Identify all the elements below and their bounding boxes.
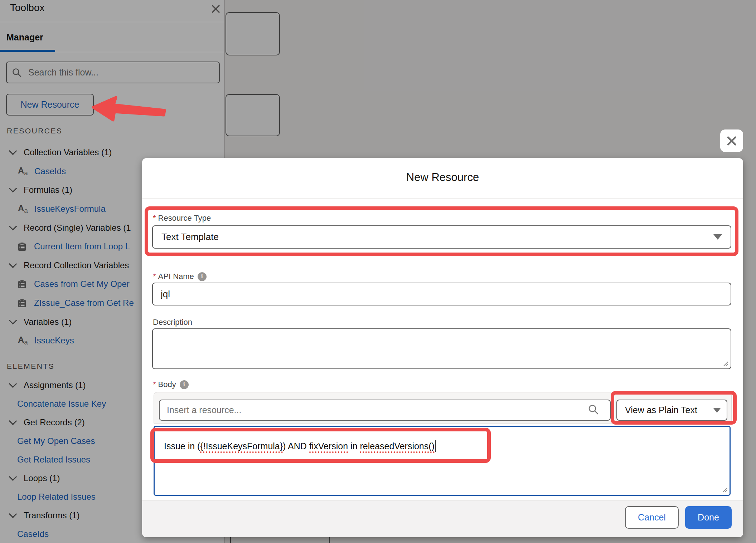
misspelled-text: fixVersion	[309, 441, 348, 453]
view-as-plain-text-select[interactable]: View as Plain Text	[616, 400, 727, 421]
required-asterisk: *	[153, 272, 156, 281]
info-icon[interactable]: i	[180, 380, 189, 389]
info-icon[interactable]: i	[198, 272, 207, 281]
screenshot-root: › Toolbox Manager New Resource RESOU	[0, 0, 756, 543]
api-name-label: *API Name i	[153, 272, 207, 281]
new-resource-modal: New Resource *Resource Type Text Templat…	[142, 158, 743, 537]
body-text-segment: Issue in (	[164, 441, 200, 451]
done-button[interactable]: Done	[685, 506, 732, 529]
chevron-down-icon	[713, 408, 721, 413]
close-icon	[726, 135, 738, 147]
misspelled-text: {!IssueKeysFormula}	[200, 441, 283, 453]
resize-grip-icon[interactable]	[722, 359, 729, 367]
required-asterisk: *	[153, 214, 156, 222]
body-label: *Body i	[153, 380, 189, 389]
body-text-segment: in	[348, 441, 360, 451]
resize-grip-icon[interactable]	[721, 486, 728, 493]
body-textarea[interactable]: Issue in ({!IssueKeysFormula}) AND fixVe…	[154, 426, 731, 496]
api-name-input[interactable]	[152, 283, 731, 305]
modal-title: New Resource	[142, 171, 743, 184]
cancel-button[interactable]: Cancel	[625, 506, 679, 529]
search-icon	[588, 404, 599, 415]
description-textarea[interactable]	[152, 328, 731, 369]
resource-type-label: *Resource Type	[153, 214, 211, 223]
resource-type-value: Text Template	[161, 231, 219, 243]
body-text: Issue in ({!IssueKeysFormula}) AND fixVe…	[164, 441, 435, 453]
modal-close-button[interactable]	[720, 129, 743, 152]
body-richtext-toolbar: View as Plain Text	[154, 392, 732, 424]
modal-header-divider	[142, 199, 743, 199]
description-label: Description	[153, 318, 192, 327]
required-asterisk: *	[153, 380, 156, 389]
body-text-segment: ) AND	[283, 441, 309, 451]
text-cursor	[435, 440, 436, 452]
insert-resource-input[interactable]	[159, 400, 611, 421]
resource-type-select[interactable]: Text Template	[152, 225, 731, 249]
misspelled-text: releasedVersions()	[360, 441, 434, 453]
chevron-down-icon	[713, 234, 722, 240]
view-mode-value: View as Plain Text	[625, 405, 697, 415]
